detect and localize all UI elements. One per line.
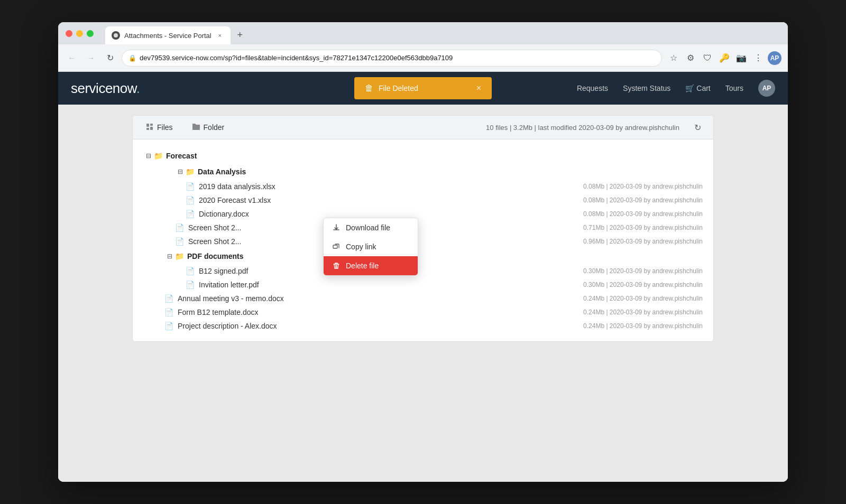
download-label: Download file bbox=[346, 223, 390, 232]
file-name: Annual meeting v3 - memo.docx bbox=[178, 294, 555, 303]
svg-rect-4 bbox=[150, 127, 153, 130]
sn-logo: servicenow. bbox=[71, 80, 140, 97]
folder-toggle-pdf[interactable]: ⊟ bbox=[164, 251, 175, 262]
lock-icon: 🔒 bbox=[128, 54, 136, 62]
back-button[interactable]: ← bbox=[65, 51, 79, 66]
file-icon: 📄 bbox=[164, 308, 173, 316]
file-name: 2020 Forecast v1.xlsx bbox=[199, 196, 555, 204]
file-meta: 0.08Mb | 2020-03-09 by andrew.pishchulin bbox=[555, 197, 703, 204]
file-icon: 📄 bbox=[186, 210, 195, 218]
logo-dot: . bbox=[136, 80, 140, 96]
nav-item-system-status[interactable]: System Status bbox=[623, 84, 670, 92]
file-name: 2019 data analysis.xlsx bbox=[199, 182, 555, 191]
list-item[interactable]: 📄 Invitation letter.pdf 0.30Mb | 2020-03… bbox=[143, 278, 703, 292]
context-menu-copy-link[interactable]: Copy link bbox=[324, 237, 418, 256]
file-icon: 📄 bbox=[186, 267, 195, 275]
file-meta: 0.24Mb | 2020-03-09 by andrew.pishchulin bbox=[555, 295, 703, 302]
minimize-button[interactable] bbox=[76, 30, 83, 37]
list-item[interactable]: 📄 2020 Forecast v1.xlsx 0.08Mb | 2020-03… bbox=[143, 193, 703, 207]
file-icon: 📄 bbox=[164, 322, 173, 330]
fm-info: 10 files | 3.2Mb | last modified 2020-03… bbox=[486, 124, 679, 132]
toast-text: File Deleted bbox=[379, 84, 471, 92]
context-menu-delete[interactable]: Delete file bbox=[324, 256, 418, 275]
list-item[interactable]: 📄 Form B12 template.docx 0.24Mb | 2020-0… bbox=[143, 305, 703, 319]
folder-data-analysis[interactable]: ⊟ 📁 Data Analysis bbox=[143, 164, 703, 180]
folder-icon bbox=[192, 123, 200, 133]
address-bar: ← → ↻ 🔒 dev79539.service-now.com/sp?id=f… bbox=[58, 44, 788, 72]
list-item[interactable]: 📄 Project description - Alex.docx 0.24Mb… bbox=[143, 319, 703, 333]
file-icon: 📄 bbox=[186, 182, 195, 191]
chrome-profile-avatar[interactable]: AP bbox=[768, 51, 781, 65]
folder-forecast[interactable]: ⊟ 📁 Forecast bbox=[143, 148, 703, 164]
files-icon bbox=[145, 123, 154, 133]
sn-nav: Requests System Status 🛒 Cart Tours AP bbox=[577, 80, 775, 97]
os-buttons bbox=[58, 25, 101, 42]
context-menu-download[interactable]: Download file bbox=[324, 218, 418, 237]
copy-link-icon bbox=[332, 242, 341, 251]
toast-trash-icon: 🗑 bbox=[365, 83, 373, 93]
file-icon: 📄 bbox=[186, 196, 195, 204]
cart-label: Cart bbox=[696, 84, 710, 92]
fm-toolbar: Files Folder 10 files | 3.2Mb | last mod… bbox=[133, 116, 713, 139]
more-options-icon[interactable]: ⋮ bbox=[751, 51, 766, 66]
nav-item-cart[interactable]: 🛒 Cart bbox=[685, 84, 710, 92]
toast-notification: 🗑 File Deleted × bbox=[354, 77, 492, 99]
delete-icon bbox=[332, 262, 341, 270]
folder-pdf-documents[interactable]: ⊟ 📁 PDF documents bbox=[143, 248, 703, 264]
browser-tab[interactable]: Attachments - Service Portal × bbox=[105, 26, 231, 44]
list-item[interactable]: 📄 Dictionary.docx 0.08Mb | 2020-03-09 by… bbox=[143, 207, 703, 221]
list-item[interactable]: 📄 Screen Shot 2... 0.71Mb | 2020-03-09 b… bbox=[143, 221, 703, 235]
svg-rect-2 bbox=[146, 128, 149, 130]
ext-icon-2[interactable]: 🛡 bbox=[700, 51, 715, 66]
context-menu: Download file Copy link bbox=[323, 218, 418, 276]
cart-icon: 🛒 bbox=[685, 84, 694, 92]
file-icon: 📄 bbox=[175, 237, 184, 246]
file-manager: Files Folder 10 files | 3.2Mb | last mod… bbox=[132, 115, 714, 342]
folder-toggle-data-analysis[interactable]: ⊟ bbox=[175, 166, 186, 177]
file-meta: 0.30Mb | 2020-03-09 by andrew.pishchulin bbox=[555, 281, 703, 288]
files-button[interactable]: Files bbox=[141, 120, 177, 135]
list-item[interactable]: 📄 Annual meeting v3 - memo.docx 0.24Mb |… bbox=[143, 292, 703, 305]
svg-rect-3 bbox=[150, 124, 153, 126]
nav-item-tours[interactable]: Tours bbox=[725, 84, 743, 92]
folder-data-analysis-name: Data Analysis bbox=[198, 167, 246, 176]
file-icon: 📄 bbox=[186, 281, 195, 289]
forward-button[interactable]: → bbox=[84, 51, 98, 66]
bookmark-icon[interactable]: ☆ bbox=[666, 51, 681, 66]
folder-forecast-name: Forecast bbox=[166, 152, 197, 160]
tab-title: Attachments - Service Portal bbox=[124, 32, 212, 40]
tab-favicon bbox=[112, 31, 120, 40]
nav-item-requests[interactable]: Requests bbox=[577, 84, 608, 92]
ext-icon-4[interactable]: 📷 bbox=[734, 51, 749, 66]
list-item[interactable]: 📄 Screen Shot 2... 0.96Mb | 2020-03-09 b… bbox=[143, 235, 703, 248]
file-name: Dictionary.docx bbox=[199, 210, 555, 218]
delete-label: Delete file bbox=[346, 262, 379, 270]
refresh-button[interactable]: ↻ bbox=[690, 120, 705, 135]
file-icon: 📄 bbox=[164, 294, 173, 303]
ext-icon-1[interactable]: ⚙ bbox=[683, 51, 698, 66]
svg-rect-1 bbox=[146, 124, 149, 127]
tab-close-button[interactable]: × bbox=[216, 31, 224, 40]
user-avatar[interactable]: AP bbox=[758, 80, 775, 97]
folder-button[interactable]: Folder bbox=[188, 120, 229, 135]
download-icon bbox=[332, 223, 341, 232]
folder-label: Folder bbox=[204, 123, 225, 132]
list-item[interactable]: 📄 B12 signed.pdf 0.30Mb | 2020-03-09 by … bbox=[143, 264, 703, 278]
maximize-button[interactable] bbox=[87, 30, 94, 37]
files-label: Files bbox=[157, 123, 173, 132]
toast-close-button[interactable]: × bbox=[476, 83, 481, 93]
file-meta: 0.24Mb | 2020-03-09 by andrew.pishchulin bbox=[555, 309, 703, 316]
folder-toggle-forecast[interactable]: ⊟ bbox=[143, 151, 154, 161]
close-button[interactable] bbox=[66, 30, 72, 37]
ext-icon-3[interactable]: 🔑 bbox=[717, 51, 732, 66]
new-tab-button[interactable]: + bbox=[233, 27, 247, 42]
svg-rect-5 bbox=[333, 245, 337, 248]
pdf-folder-icon: 📁 bbox=[175, 252, 184, 260]
copy-link-label: Copy link bbox=[346, 242, 376, 251]
url-bar[interactable]: 🔒 dev79539.service-now.com/sp?id=files&t… bbox=[122, 50, 662, 67]
file-icon: 📄 bbox=[175, 223, 184, 232]
file-meta: 0.96Mb | 2020-03-09 by andrew.pishchulin bbox=[555, 238, 703, 245]
file-meta: 0.24Mb | 2020-03-09 by andrew.pishchulin bbox=[555, 322, 703, 330]
reload-button[interactable]: ↻ bbox=[103, 51, 117, 66]
list-item[interactable]: 📄 2019 data analysis.xlsx 0.08Mb | 2020-… bbox=[143, 180, 703, 193]
